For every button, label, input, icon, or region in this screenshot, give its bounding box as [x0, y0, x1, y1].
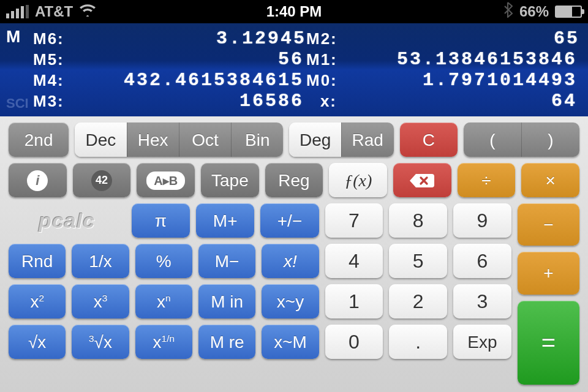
- memory-indicator: M: [6, 27, 20, 47]
- factorial-button[interactable]: x!: [262, 244, 318, 278]
- reg-value-m4: 432.4615384615: [70, 70, 306, 91]
- reg-value-m6: 3.12945: [70, 28, 306, 49]
- convert-button[interactable]: A▸B: [137, 163, 195, 197]
- battery-icon: [555, 6, 582, 18]
- equals-button[interactable]: =: [518, 301, 579, 385]
- fx-button[interactable]: ƒ(x): [329, 163, 387, 197]
- mem-plus-button[interactable]: M+: [196, 203, 254, 238]
- paren-open-button[interactable]: (: [464, 123, 521, 157]
- reg-label-m2: M2:: [306, 28, 343, 49]
- exp-button[interactable]: Exp: [453, 325, 511, 359]
- reg-value-m1: 53.13846153846: [343, 49, 579, 70]
- info-icon: i: [27, 170, 48, 191]
- tape-button[interactable]: Tape: [201, 163, 259, 197]
- base-bin-button[interactable]: Bin: [231, 123, 283, 157]
- rnd-button[interactable]: Rnd: [9, 244, 66, 278]
- reg-value-x: 64: [343, 91, 579, 111]
- info-button[interactable]: i: [9, 163, 67, 197]
- sqrt-button[interactable]: √x: [9, 325, 66, 359]
- battery-pct: 66%: [519, 3, 549, 20]
- digit-0-button[interactable]: 0: [325, 325, 383, 359]
- bluetooth-icon: [503, 2, 513, 21]
- reg-label-m5: M5:: [33, 49, 70, 70]
- multiply-button[interactable]: ×: [521, 163, 579, 197]
- clear-button[interactable]: C: [400, 123, 458, 157]
- nth-root-button[interactable]: x1/n: [135, 325, 192, 359]
- reg-label-m4: M4:: [33, 70, 70, 91]
- digit-1-button[interactable]: 1: [325, 284, 383, 318]
- angle-rad-button[interactable]: Rad: [341, 123, 394, 157]
- clock: 1:40 PM: [266, 3, 322, 20]
- digit-5-button[interactable]: 5: [389, 244, 447, 278]
- wifi-icon: [79, 3, 96, 20]
- base-segment: Dec Hex Oct Bin: [75, 123, 283, 157]
- plus-minus-button[interactable]: +/−: [260, 203, 318, 238]
- paren-close-button[interactable]: ): [521, 123, 579, 157]
- brand-logo: pcalc: [9, 203, 126, 238]
- digit-6-button[interactable]: 6: [453, 244, 511, 278]
- swap-xy-button[interactable]: x~y: [262, 284, 318, 318]
- digit-4-button[interactable]: 4: [325, 244, 383, 278]
- x-cubed-button[interactable]: x3: [72, 284, 129, 318]
- base-oct-button[interactable]: Oct: [179, 123, 231, 157]
- mem-recall-button[interactable]: M re: [198, 325, 255, 359]
- reg-label-m0: M0:: [306, 70, 343, 91]
- keypad: 2nd Dec Hex Oct Bin Deg Rad C ( ) i 42 A…: [0, 116, 588, 392]
- registers-button[interactable]: Reg: [265, 163, 323, 197]
- pi-button[interactable]: π: [132, 203, 190, 238]
- base-dec-button[interactable]: Dec: [75, 123, 126, 157]
- paren-segment: ( ): [464, 123, 579, 157]
- reg-value-m2: 65: [343, 28, 579, 49]
- angle-deg-button[interactable]: Deg: [289, 123, 341, 157]
- reg-label-m3: M3:: [33, 91, 70, 111]
- backspace-button[interactable]: [393, 163, 451, 197]
- digit-3-button[interactable]: 3: [453, 284, 511, 318]
- reciprocal-button[interactable]: 1/x: [72, 244, 129, 278]
- carrier-label: AT&T: [35, 3, 73, 20]
- digit-9-button[interactable]: 9: [453, 203, 511, 238]
- swap-xm-button[interactable]: x~M: [262, 325, 318, 359]
- convert-pill: A▸B: [146, 172, 185, 190]
- x-pow-n-button[interactable]: xn: [135, 284, 192, 318]
- digit-2-button[interactable]: 2: [389, 284, 447, 318]
- divide-button[interactable]: ÷: [458, 163, 516, 197]
- mem-in-button[interactable]: M in: [198, 284, 255, 318]
- digit-7-button[interactable]: 7: [325, 203, 383, 238]
- percent-button[interactable]: %: [135, 244, 192, 278]
- decimal-button[interactable]: .: [389, 325, 447, 359]
- constants-button[interactable]: 42: [73, 163, 131, 197]
- calculator-display: M SCI M6: 3.12945 M2: 65 M5: 56 M1: 53.1…: [0, 23, 588, 116]
- reg-value-m0: 1.7971014493: [343, 70, 579, 91]
- x-squared-button[interactable]: x2: [9, 284, 66, 318]
- minus-button[interactable]: −: [518, 203, 579, 246]
- status-bar: AT&T 1:40 PM 66%: [0, 0, 588, 23]
- mem-minus-button[interactable]: M−: [198, 244, 255, 278]
- cbrt-button[interactable]: 3√x: [72, 325, 129, 359]
- reg-value-m3: 16586: [70, 91, 306, 111]
- reg-label-m1: M1:: [306, 49, 343, 70]
- backspace-icon: [409, 173, 435, 189]
- digit-8-button[interactable]: 8: [389, 203, 447, 238]
- sci-indicator: SCI: [6, 96, 29, 111]
- signal-icon: [6, 5, 29, 18]
- fortytwo-icon: 42: [91, 170, 112, 191]
- second-button[interactable]: 2nd: [9, 123, 69, 157]
- angle-segment: Deg Rad: [289, 123, 393, 157]
- reg-value-m5: 56: [70, 49, 306, 70]
- reg-label-m6: M6:: [33, 28, 70, 49]
- base-hex-button[interactable]: Hex: [127, 123, 179, 157]
- plus-button[interactable]: +: [518, 252, 579, 294]
- reg-label-x: x:: [306, 91, 343, 111]
